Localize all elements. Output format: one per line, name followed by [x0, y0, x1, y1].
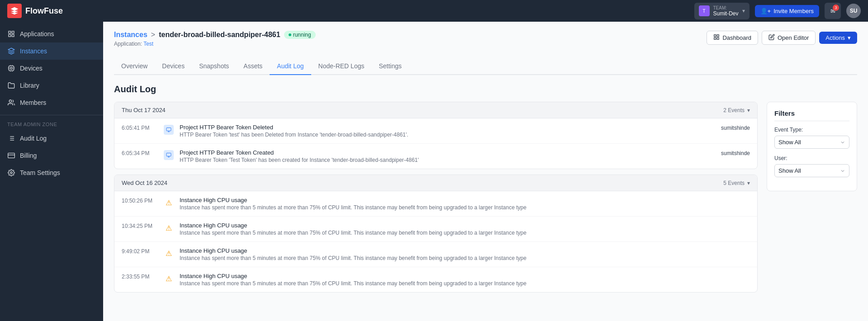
- sidebar-item-devices[interactable]: Devices: [0, 60, 103, 77]
- event-title: Instance High CPU usage: [180, 273, 745, 279]
- sidebar-item-library[interactable]: Library: [0, 77, 103, 94]
- sidebar-item-members[interactable]: Members: [0, 94, 103, 111]
- date-group-oct17: Thu Oct 17 2024 2 Events ▾ 6:05:41 PM: [114, 102, 758, 169]
- list-icon: [7, 134, 15, 142]
- instance-status-badge: running: [284, 31, 316, 39]
- sidebar-item-audit-log[interactable]: Audit Log: [0, 130, 103, 147]
- open-editor-button[interactable]: Open Editor: [762, 31, 816, 45]
- dashboard-button[interactable]: Dashboard: [707, 31, 758, 45]
- event-title: Project HTTP Bearer Token Deleted: [180, 124, 716, 131]
- team-admin-zone-label: Team Admin Zone: [0, 119, 103, 130]
- user-avatar[interactable]: SU: [846, 4, 861, 18]
- logo-icon[interactable]: [7, 4, 22, 18]
- event-user: sumitshinde: [721, 125, 750, 131]
- team-selector[interactable]: T TEAM: Sumit-Dev ▾: [694, 3, 749, 19]
- event-user: sumitshinde: [721, 150, 750, 156]
- event-body: Instance High CPU usage Instance has spe…: [180, 273, 745, 287]
- team-selector-chevron: ▾: [742, 8, 745, 14]
- page-layout: Applications Instances Devices Library: [0, 0, 868, 321]
- event-title: Instance High CPU usage: [180, 222, 745, 229]
- breadcrumb-area: Instances > tender-broad-billed-sandpipe…: [114, 31, 316, 52]
- svg-rect-25: [714, 35, 716, 37]
- event-type-select[interactable]: Show All: [774, 136, 849, 149]
- event-row: 2:33:55 PM ⚠ Instance High CPU usage Ins…: [114, 267, 757, 292]
- event-row: 9:49:02 PM ⚠ Instance High CPU usage Ins…: [114, 242, 757, 267]
- svg-rect-3: [12, 34, 14, 37]
- open-editor-button-label: Open Editor: [778, 34, 809, 41]
- user-select[interactable]: Show All: [774, 164, 849, 177]
- sidebar-item-instances[interactable]: Instances: [0, 42, 103, 60]
- sidebar-item-members-label: Members: [20, 99, 46, 106]
- event-row: 6:05:34 PM Project HTTP Bearer Token Cre…: [114, 144, 757, 169]
- topnav-left: FlowFuse: [7, 4, 63, 18]
- event-time: 6:05:34 PM: [122, 150, 158, 156]
- date-header-oct17: Thu Oct 17 2024 2 Events ▾: [114, 102, 757, 118]
- actions-chevron-icon: ▾: [848, 34, 851, 41]
- team-name: Sumit-Dev: [713, 10, 739, 17]
- tab-snapshots[interactable]: Snapshots: [192, 58, 236, 75]
- event-type-filter-label: Event Type:: [774, 127, 849, 133]
- filters-container: Filters Event Type: Show All User: Show …: [767, 102, 857, 191]
- svg-rect-27: [714, 38, 716, 39]
- svg-rect-28: [717, 38, 719, 39]
- event-title: Project HTTP Bearer Token Created: [180, 149, 716, 156]
- tab-settings[interactable]: Settings: [371, 58, 409, 75]
- svg-rect-32: [166, 153, 171, 156]
- sidebar-item-billing-label: Billing: [20, 152, 37, 159]
- page-header: Instances > tender-broad-billed-sandpipe…: [114, 31, 857, 52]
- tab-devices[interactable]: Devices: [155, 58, 192, 75]
- notifications-button[interactable]: ✉ 3: [825, 3, 841, 19]
- sidebar-item-applications-label: Applications: [20, 30, 54, 38]
- event-count-oct16: 5 Events ▾: [723, 180, 750, 186]
- svg-point-24: [10, 172, 12, 174]
- svg-rect-2: [9, 34, 11, 37]
- event-time: 10:50:26 PM: [122, 198, 158, 204]
- settings-icon: [7, 169, 15, 177]
- breadcrumb-parent-link[interactable]: Instances: [114, 31, 147, 39]
- event-row: 6:05:41 PM Project HTTP Bearer Token Del…: [114, 118, 757, 144]
- event-icon-area: ⚠: [163, 197, 174, 208]
- dashboard-button-label: Dashboard: [722, 34, 751, 41]
- filters-panel: Filters Event Type: Show All User: Show …: [767, 102, 857, 298]
- date-label-oct16: Wed Oct 16 2024: [122, 179, 167, 186]
- date-group-oct16: Wed Oct 16 2024 5 Events ▾ 10:50:26 PM ⚠: [114, 175, 758, 293]
- tab-assets[interactable]: Assets: [236, 58, 270, 75]
- sidebar-item-applications[interactable]: Applications: [0, 25, 103, 42]
- tab-overview[interactable]: Overview: [114, 58, 155, 75]
- invite-members-button[interactable]: 👤+ Invite Members: [755, 5, 819, 17]
- logo-text: FlowFuse: [25, 6, 63, 16]
- event-time: 6:05:41 PM: [122, 125, 158, 131]
- event-icon-area: [163, 124, 174, 135]
- svg-rect-1: [12, 31, 14, 33]
- tab-node-red-logs[interactable]: Node-RED Logs: [311, 58, 372, 75]
- collapse-chevron-oct16[interactable]: ▾: [747, 180, 750, 186]
- svg-rect-22: [8, 153, 15, 158]
- team-info: TEAM: Sumit-Dev: [713, 5, 739, 17]
- svg-point-15: [9, 100, 11, 102]
- sidebar-item-library-label: Library: [20, 82, 39, 89]
- main-content: Instances > tender-broad-billed-sandpipe…: [103, 22, 868, 321]
- actions-button[interactable]: Actions ▾: [819, 32, 857, 44]
- event-time: 9:49:02 PM: [122, 248, 158, 255]
- status-dot: [289, 33, 291, 36]
- event-description: Instance has spent more than 5 minutes a…: [180, 255, 745, 261]
- sidebar-item-billing[interactable]: Billing: [0, 147, 103, 164]
- sidebar-item-team-settings[interactable]: Team Settings: [0, 164, 103, 181]
- sidebar-nav: Applications Instances Devices Library: [0, 22, 103, 321]
- event-description: Instance has spent more than 5 minutes a…: [180, 230, 745, 236]
- user-filter-group: User: Show All: [774, 155, 849, 177]
- audit-log-main: Thu Oct 17 2024 2 Events ▾ 6:05:41 PM: [114, 102, 758, 298]
- sidebar-item-instances-label: Instances: [20, 47, 47, 55]
- cpu-icon: [7, 64, 15, 72]
- notification-badge: 3: [833, 5, 839, 11]
- team-avatar: T: [699, 5, 710, 16]
- collapse-chevron-oct17[interactable]: ▾: [747, 107, 750, 113]
- event-description: HTTP Bearer Token 'test' has been Delete…: [180, 132, 716, 138]
- event-title: Instance High CPU usage: [180, 247, 745, 254]
- event-icon-area: [163, 150, 174, 160]
- tab-audit-log[interactable]: Audit Log: [270, 58, 311, 75]
- sidebar-item-devices-label: Devices: [20, 65, 43, 72]
- application-link[interactable]: Test: [143, 41, 153, 47]
- application-label: Application: Test: [114, 41, 316, 47]
- event-description: HTTP Bearer Token 'Test Token' has been …: [180, 157, 716, 163]
